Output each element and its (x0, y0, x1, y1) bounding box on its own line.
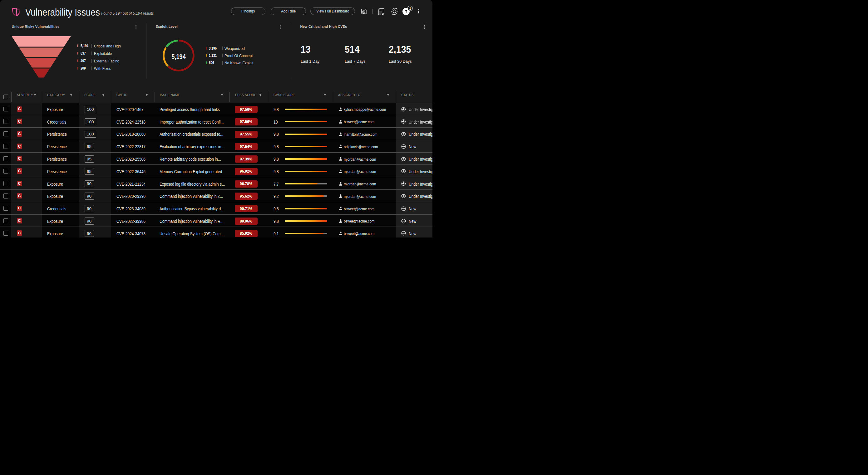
header-menu-icon[interactable] (418, 9, 420, 14)
category-value: Credentials (47, 202, 69, 215)
cell-severity (11, 153, 42, 165)
select-all-checkbox[interactable] (3, 95, 8, 100)
table-row[interactable]: CExposure100CVE-2020-1467Privileged acce… (0, 103, 432, 116)
column-header-score[interactable]: SCORE (84, 93, 96, 97)
status-text: Under Investigation (409, 107, 433, 112)
epss-score-badge: 97.39% (235, 155, 257, 163)
column-header-issue[interactable]: ISSUE NAME (160, 93, 180, 97)
legend-label: Critical and High (94, 43, 121, 48)
row-checkbox[interactable] (3, 169, 8, 174)
row-checkbox[interactable] (3, 107, 8, 112)
column-separator (111, 92, 111, 102)
status-label: Under Investigation (409, 165, 433, 178)
column-filter-icon[interactable] (102, 94, 105, 97)
column-filter-icon[interactable] (33, 94, 36, 97)
sync-icon[interactable] (391, 7, 398, 15)
cvss-score-bar (285, 195, 328, 197)
funnel-segment (26, 58, 57, 68)
table-row[interactable]: CCredentials90CVE-2023-34039Authenticati… (0, 202, 432, 215)
table-row[interactable]: CExposure90CVE-2021-21234Exposed log fil… (0, 177, 432, 190)
cell-score (79, 165, 111, 177)
column-header-epss[interactable]: EPSS SCORE (235, 93, 256, 97)
score-value: 100 (85, 131, 96, 138)
severity-badge: C (17, 168, 22, 174)
row-checkbox[interactable] (3, 206, 8, 211)
issue-name-text: Authorization credentials exposed to... (160, 132, 223, 137)
assignee-person-icon (338, 169, 343, 175)
cves-panel-menu-icon[interactable] (424, 25, 425, 29)
category-value: Exposure (47, 215, 66, 227)
row-checkbox[interactable] (3, 131, 8, 136)
status-icon-wrap (401, 231, 406, 237)
column-filter-icon[interactable] (145, 94, 148, 97)
cve-id-value: CVE-2021-21234 (117, 178, 150, 190)
exploit-panel-title: Exploit Level (156, 25, 178, 28)
export-report-icon[interactable] (378, 8, 384, 16)
status-label: Under Investigation (409, 116, 433, 128)
epss-score-text: 89.96% (240, 219, 252, 223)
row-checkbox[interactable] (3, 231, 8, 235)
table-row[interactable]: CPersistence100CVE-2018-20060Authorizati… (0, 128, 432, 140)
table-row[interactable]: CExposure90CVE-2022-39986Command injecti… (0, 215, 432, 227)
legend-value: 5,194 (81, 44, 88, 48)
funnel-segment (33, 68, 50, 77)
row-checkbox[interactable] (3, 193, 8, 198)
under-investigation-icon (401, 181, 406, 186)
row-checkbox[interactable] (3, 181, 8, 186)
cve-id-value: CVE-2022-39986 (117, 215, 150, 227)
column-header-severity[interactable]: SEVERITY (17, 93, 33, 97)
cell-severity (11, 215, 42, 227)
cvss-score-bar (285, 171, 328, 172)
status-label: New (409, 215, 417, 227)
vulnerability-dashboard: Vulnerability Issues Found 5,194 out of … (0, 0, 432, 238)
table-row[interactable]: CPersistence95CVE-2022-36446Memory Corru… (0, 165, 432, 177)
cvss-bar-fill (285, 108, 328, 110)
issue-name-text: Privileged access through hard links (160, 107, 220, 112)
view-full-dashboard-button[interactable]: View Full Dashboard (310, 7, 355, 15)
table-row[interactable]: CCredentials100CVE-2024-22518Improper au… (0, 115, 432, 128)
column-filter-icon[interactable] (259, 94, 262, 97)
row-checkbox[interactable] (3, 218, 8, 223)
column-filter-icon[interactable] (386, 94, 390, 97)
epss-score-text: 97.56% (240, 120, 252, 124)
column-filter-icon[interactable] (323, 94, 327, 97)
severity-badge: C (17, 193, 22, 199)
category-value: Persistence (47, 140, 70, 153)
legend-value: 3,196 (209, 46, 217, 51)
column-filter-icon[interactable] (70, 94, 73, 97)
table-row[interactable]: CExposure90CVE-2020-29390Command injecti… (0, 190, 432, 202)
row-checkbox[interactable] (3, 119, 8, 124)
table-row[interactable]: CPersistence95CVE-2022-22817Evaluation o… (0, 140, 432, 153)
column-header-assigned[interactable]: ASSIGNED TO (338, 93, 360, 97)
column-header-cve[interactable]: CVE ID (117, 93, 127, 97)
table-row[interactable]: CPersistence95CVE-2020-25506Remote arbit… (0, 153, 432, 165)
severity-badge: C (17, 131, 22, 137)
category-value: Credentials (47, 116, 69, 128)
cvss-score-text: 9.8 (274, 157, 279, 162)
column-header-status[interactable]: STATUS (401, 93, 414, 97)
column-header-cvss[interactable]: CVSS SCORE (274, 93, 295, 97)
stat-label: Last 30 Days (389, 59, 412, 63)
column-header-category[interactable]: CATEGORY (47, 93, 65, 97)
status-icon-wrap (401, 119, 406, 125)
cvss-score-value: 7.7 (274, 178, 279, 190)
row-checkbox[interactable] (3, 156, 8, 161)
kebab-dot (418, 10, 420, 12)
table-row[interactable]: CExposure90CVE-2024-34073Unsafe Operatin… (0, 227, 432, 238)
person-icon (338, 219, 343, 223)
epss-score-text: 97.56% (240, 107, 252, 112)
row-checkbox[interactable] (3, 144, 8, 149)
assignee-email-text: lhamilton@acme.com (344, 132, 377, 137)
chart-disabled-icon[interactable] (361, 9, 367, 14)
column-filter-icon[interactable] (220, 94, 223, 97)
cvss-score-bar (285, 233, 328, 234)
cvss-score-text: 9.8 (274, 206, 279, 211)
funnel-panel-menu-icon[interactable] (135, 25, 136, 29)
issue-name-value: Memory Corruption Exploit generated (160, 165, 232, 178)
assignee-email-text: mjordan@acme.com (344, 157, 376, 162)
epss-score-badge: 90.71% (235, 205, 257, 212)
exploit-panel-menu-icon[interactable] (279, 25, 281, 29)
findings-button[interactable]: Findings (231, 7, 266, 15)
add-rule-button[interactable]: Add Rule (271, 7, 306, 15)
stat-label: Last 1 Day (301, 59, 319, 63)
